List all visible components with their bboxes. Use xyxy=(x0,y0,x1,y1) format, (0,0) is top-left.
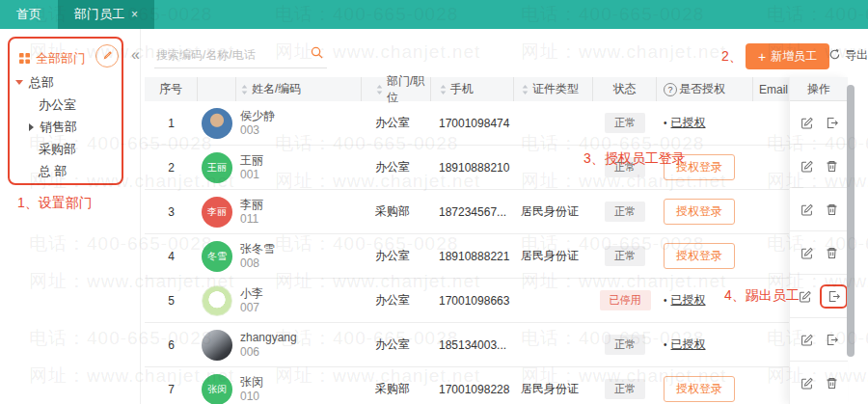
id-type-cell: 居民身份证 xyxy=(514,248,593,264)
authorized-link[interactable]: •已授权 xyxy=(664,115,706,131)
avatar: 冬雪 xyxy=(202,241,232,272)
kick-out-button[interactable] xyxy=(825,333,839,347)
sort-icon[interactable] xyxy=(375,84,384,95)
kick-out-exit-icon xyxy=(827,289,841,304)
column-header-手机[interactable]: 手机 xyxy=(431,77,514,101)
tree-item-3[interactable]: 销售部 xyxy=(0,116,140,138)
column-header-姓名/编码[interactable]: 姓名/编码 xyxy=(236,77,362,101)
tree-item-1[interactable]: 总部 xyxy=(0,71,140,94)
operations-row xyxy=(790,101,848,145)
caret-right-icon[interactable] xyxy=(29,123,34,131)
avatar: 王丽 xyxy=(202,152,232,183)
sort-icon[interactable] xyxy=(521,84,529,95)
search-icon[interactable] xyxy=(310,45,324,64)
status-cell: 已停用 xyxy=(593,290,657,310)
row-index-cell: 1 xyxy=(145,117,198,130)
caret-down-icon[interactable] xyxy=(15,80,23,85)
edit-pencil-icon xyxy=(800,116,814,130)
edit-pencil-icon xyxy=(800,376,814,391)
table-row: 3李丽李丽011采购部187234567...居民身份证正常授权登录 xyxy=(145,190,796,234)
phone-cell: 18910888210 xyxy=(431,161,514,175)
avatar-cell: 李丽 xyxy=(198,197,236,228)
export-icon xyxy=(828,48,841,64)
column-header-label: Email xyxy=(759,83,788,96)
grid-icon xyxy=(19,52,30,67)
name-code-cell: 小李007 xyxy=(236,286,362,315)
tab-home-label: 首页 xyxy=(16,6,41,23)
tab-department-employees[interactable]: 部门员工 × xyxy=(58,0,154,29)
department-cell: 办公室 xyxy=(362,337,431,353)
department-cell: 采购部 xyxy=(362,203,431,220)
employee-name: 王丽 xyxy=(240,153,263,168)
auth-cell: 授权登录 xyxy=(657,243,753,269)
status-cell: 正常 xyxy=(593,379,657,399)
employee-name: 张闵 xyxy=(240,375,263,390)
trash-icon xyxy=(825,202,839,217)
authorized-link[interactable]: •已授权 xyxy=(664,292,706,309)
tree-item-label: 销售部 xyxy=(40,119,77,136)
phone-cell: 17001098663 xyxy=(431,294,514,308)
operations-row xyxy=(790,231,848,275)
employee-code: 007 xyxy=(240,301,263,315)
column-header-部门/职位[interactable]: 部门/职位 xyxy=(362,77,431,101)
row-index-cell: 5 xyxy=(145,294,198,308)
department-sidebar: 全部部门 总部办公室销售部采购部总 部 1、设置部门 xyxy=(0,29,141,404)
kick-out-button[interactable] xyxy=(825,116,839,130)
column-header-label: 状态 xyxy=(613,81,637,97)
authorize-login-button[interactable]: 授权登录 xyxy=(664,243,735,269)
edit-button[interactable] xyxy=(800,159,814,174)
edit-pencil-icon xyxy=(800,159,814,174)
status-badge: 正常 xyxy=(605,202,645,222)
auth-cell: 授权登录 xyxy=(657,199,753,225)
operations-row xyxy=(790,318,848,362)
edit-button[interactable] xyxy=(800,202,814,217)
delete-button[interactable] xyxy=(825,376,839,391)
delete-button[interactable] xyxy=(825,202,839,217)
edit-button[interactable] xyxy=(800,246,814,260)
edit-departments-button[interactable] xyxy=(95,44,119,67)
delete-button[interactable] xyxy=(825,159,839,174)
tab-department-employees-label: 部门员工 xyxy=(74,6,124,23)
name-code-cell: 张冬雪008 xyxy=(236,242,362,271)
status-badge: 正常 xyxy=(605,379,645,399)
plus-icon: + xyxy=(758,49,766,65)
search-input[interactable] xyxy=(154,42,327,68)
vertical-scrollbar[interactable] xyxy=(847,85,854,357)
edit-button[interactable] xyxy=(800,116,814,130)
authorize-login-button[interactable]: 授权登录 xyxy=(664,199,735,225)
export-label: 导出 xyxy=(845,47,868,64)
trash-icon xyxy=(825,376,839,391)
operations-column: 操作 xyxy=(789,77,848,404)
authorized-link[interactable]: •已授权 xyxy=(664,337,706,353)
add-employee-button[interactable]: + 新增员工 xyxy=(746,43,829,69)
name-code-cell: 李丽011 xyxy=(236,198,362,227)
tab-home[interactable]: 首页 xyxy=(0,0,58,29)
tree-item-2[interactable]: 办公室 xyxy=(0,94,140,116)
tree-item-4[interactable]: 采购部 xyxy=(0,138,140,160)
edit-button[interactable] xyxy=(800,333,814,347)
status-badge: 正常 xyxy=(605,335,645,355)
edit-button[interactable] xyxy=(800,376,814,391)
name-code-cell: 侯少静003 xyxy=(236,109,362,138)
operations-row xyxy=(790,188,848,231)
phone-cell: 187234567... xyxy=(431,205,514,219)
employee-code: 006 xyxy=(240,345,297,360)
sidebar-collapse-icon[interactable]: « xyxy=(131,46,140,64)
row-index-cell: 4 xyxy=(145,250,198,263)
tab-close-icon[interactable]: × xyxy=(131,8,138,21)
avatar xyxy=(202,330,232,361)
kick-out-button[interactable] xyxy=(820,284,848,309)
table-row: 6zhangyang006办公室185134003...正常•已授权 xyxy=(145,323,796,367)
tree-item-5[interactable]: 总 部 xyxy=(0,160,140,182)
operations-row xyxy=(790,145,848,188)
authorize-login-button[interactable]: 授权登录 xyxy=(664,376,735,402)
export-button[interactable]: 导出 xyxy=(828,47,868,64)
kick-out-exit-icon xyxy=(825,116,839,130)
sort-icon[interactable] xyxy=(439,84,448,95)
delete-button[interactable] xyxy=(825,246,839,260)
column-header-证件类型[interactable]: 证件类型 xyxy=(514,77,593,101)
help-question-icon[interactable]: ? xyxy=(664,83,677,96)
pencil-icon xyxy=(102,47,113,65)
sort-icon[interactable] xyxy=(240,84,249,95)
all-departments-item[interactable]: 全部部门 xyxy=(19,50,86,67)
